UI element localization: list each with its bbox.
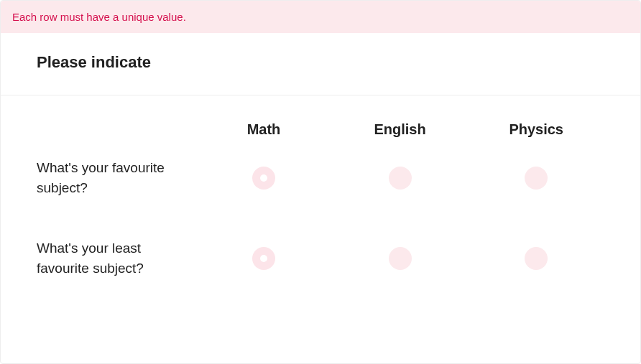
radio-cell [468, 218, 604, 299]
column-header-physics: Physics [468, 121, 604, 138]
error-message: Each row must have a unique value. [12, 11, 186, 23]
survey-card: Each row must have a unique value. Pleas… [0, 0, 641, 364]
column-header-math: Math [195, 121, 332, 138]
matrix-row-least-favourite: What's your least favourite subject? [37, 218, 604, 299]
matrix-row-favourite: What's your favourite subject? [37, 138, 604, 218]
row-label: What's your least favourite subject? [37, 238, 195, 278]
radio-least-physics[interactable] [525, 247, 548, 270]
error-banner: Each row must have a unique value. [1, 1, 640, 33]
matrix-table: Math English Physics What's your favouri… [37, 121, 604, 299]
question-header: Please indicate [1, 33, 640, 95]
matrix-header-row: Math English Physics [37, 121, 604, 138]
radio-cell [332, 138, 469, 218]
row-label-cell: What's your favourite subject? [37, 138, 195, 218]
column-header-english: English [332, 121, 469, 138]
radio-least-math[interactable] [252, 247, 275, 270]
matrix-container: Math English Physics What's your favouri… [1, 95, 640, 327]
row-label: What's your favourite subject? [37, 158, 195, 197]
radio-favourite-math[interactable] [252, 167, 275, 190]
radio-cell [332, 218, 469, 299]
matrix-corner-cell [37, 121, 195, 138]
radio-cell [195, 218, 332, 299]
row-label-cell: What's your least favourite subject? [37, 218, 195, 299]
radio-favourite-physics[interactable] [525, 167, 548, 190]
radio-favourite-english[interactable] [389, 167, 412, 190]
radio-least-english[interactable] [389, 247, 412, 270]
question-title: Please indicate [37, 53, 604, 72]
radio-cell [195, 138, 332, 218]
radio-cell [468, 138, 604, 218]
